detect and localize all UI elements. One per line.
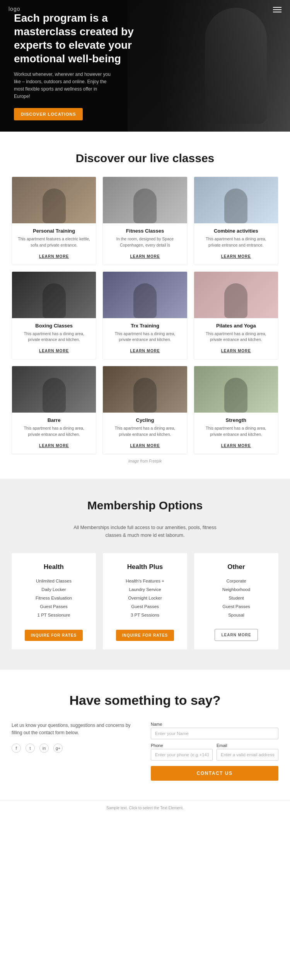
phone-input[interactable]	[151, 749, 213, 761]
class-image	[103, 366, 187, 413]
contact-description: Let us know your questions, suggestions …	[12, 722, 139, 737]
class-name: Combine activities	[200, 228, 273, 234]
membership-feature: Corporate	[222, 578, 250, 584]
class-description: This apartment has a dining area, privat…	[200, 236, 273, 248]
name-label: Name	[151, 722, 278, 726]
twitter-icon[interactable]: t	[26, 744, 35, 753]
membership-features-list: CorporateNeighborhoodStudentGuest Passes…	[222, 578, 250, 620]
googleplus-icon[interactable]: g+	[53, 744, 63, 753]
class-card: Boxing Classes This apartment has a dini…	[12, 271, 96, 360]
class-image	[12, 366, 96, 413]
learn-more-button[interactable]: LEARN MORE	[39, 444, 69, 448]
class-body: Boxing Classes This apartment has a dini…	[12, 318, 96, 360]
phone-field-container: Phone	[151, 743, 213, 761]
membership-feature: Overnight Locker	[126, 595, 164, 601]
facebook-icon[interactable]: f	[12, 744, 21, 753]
class-name: Trx Training	[108, 323, 181, 329]
name-input[interactable]	[151, 728, 278, 739]
class-image	[12, 272, 96, 318]
class-image	[12, 177, 96, 223]
learn-more-button[interactable]: LEARN MORE	[221, 444, 251, 448]
class-card: Cycling This apartment has a dining area…	[102, 366, 187, 454]
class-card: Barre This apartment has a dining area, …	[12, 366, 96, 454]
membership-features-list: Health's Features +Laundry ServiceOverni…	[126, 578, 164, 621]
discover-locations-button[interactable]: DISCOVER LOCATIONS	[14, 108, 83, 120]
hero-subtitle: Workout whenever, wherever and however y…	[14, 71, 114, 101]
class-description: This apartment has a dining area, privat…	[17, 331, 90, 343]
membership-feature: Laundry Service	[126, 586, 164, 593]
class-name: Strength	[200, 417, 273, 423]
class-image	[194, 366, 278, 413]
membership-card: Health Unlimited ClassesDaily LockerFitn…	[12, 553, 96, 649]
hero-section: logo Each program is a masterclass creat…	[0, 0, 290, 132]
membership-card: Other CorporateNeighborhoodStudentGuest …	[194, 553, 278, 649]
class-image	[194, 177, 278, 223]
membership-cta-button[interactable]: LEARN MORE	[215, 629, 258, 641]
freepik-attribution: Image from Freepik	[12, 459, 278, 463]
learn-more-button[interactable]: LEARN MORE	[221, 254, 251, 259]
learn-more-button[interactable]: LEARN MORE	[39, 349, 69, 353]
live-classes-title: Discover our live classes	[12, 152, 278, 165]
class-body: Personal Training This apartment feature…	[12, 223, 96, 265]
class-name: Fitness Classes	[108, 228, 181, 234]
phone-email-row: Phone Email	[151, 743, 278, 761]
class-image	[194, 272, 278, 318]
class-name: Cycling	[108, 417, 181, 423]
class-description: This apartment features a electric kettl…	[17, 236, 90, 248]
class-body: Strength This apartment has a dining are…	[194, 413, 278, 454]
class-card: Combine activities This apartment has a …	[194, 176, 278, 265]
learn-more-button[interactable]: LEARN MORE	[130, 444, 160, 448]
class-body: Barre This apartment has a dining area, …	[12, 413, 96, 454]
membership-feature: Unlimited Classes	[36, 578, 72, 584]
class-description: This apartment has a dining area, privat…	[17, 425, 90, 438]
class-name: Barre	[17, 417, 90, 423]
membership-grid: Health Unlimited ClassesDaily LockerFitn…	[12, 553, 278, 649]
contact-grid: Let us know your questions, suggestions …	[12, 722, 278, 781]
hero-content: Each program is a masterclass created by…	[0, 11, 155, 121]
class-body: Pilates and Yoga This apartment has a di…	[194, 318, 278, 360]
class-description: This apartment has a dining area, privat…	[108, 425, 181, 438]
name-field-container: Name	[151, 722, 278, 739]
learn-more-button[interactable]: LEARN MORE	[221, 349, 251, 353]
learn-more-button[interactable]: LEARN MORE	[130, 254, 160, 259]
class-name: Boxing Classes	[17, 323, 90, 329]
membership-feature: Student	[222, 595, 250, 601]
email-field-container: Email	[217, 743, 278, 761]
class-description: In the room, designed by Space Copenhage…	[108, 236, 181, 248]
instagram-icon[interactable]: in	[39, 744, 49, 753]
classes-grid: Personal Training This apartment feature…	[12, 176, 278, 454]
class-card: Personal Training This apartment feature…	[12, 176, 96, 265]
membership-cta-button[interactable]: INQUIRE FOR RATES	[25, 630, 83, 641]
membership-feature: Spousal	[222, 612, 250, 618]
membership-feature: Guest Passes	[126, 603, 164, 610]
class-name: Personal Training	[17, 228, 90, 234]
footer-note: Sample text. Click to select the Text El…	[0, 800, 290, 816]
contact-submit-button[interactable]: CONTACT US	[151, 766, 278, 781]
class-card: Pilates and Yoga This apartment has a di…	[194, 271, 278, 360]
membership-feature: Daily Locker	[36, 586, 72, 593]
class-description: This apartment has a dining area, privat…	[200, 331, 273, 343]
membership-feature: Health's Features +	[126, 578, 164, 584]
membership-feature: Fitness Evaluation	[36, 595, 72, 601]
membership-plan-title: Health Plus	[127, 563, 163, 571]
learn-more-button[interactable]: LEARN MORE	[130, 349, 160, 353]
hamburger-menu[interactable]	[273, 7, 281, 12]
email-input[interactable]	[217, 749, 278, 761]
membership-title: Membership Options	[12, 499, 278, 512]
class-description: This apartment has a dining area, privat…	[200, 425, 273, 438]
contact-title: Have something to say?	[12, 693, 278, 708]
membership-cta-button[interactable]: INQUIRE FOR RATES	[116, 630, 174, 641]
class-card: Trx Training This apartment has a dining…	[102, 271, 187, 360]
membership-feature: 3 PT Sessions	[126, 612, 164, 618]
hero-title: Each program is a masterclass created by…	[14, 11, 141, 65]
membership-card: Health Plus Health's Features +Laundry S…	[103, 553, 187, 649]
class-body: Combine activities This apartment has a …	[194, 223, 278, 265]
social-icons-row: f t in g+	[12, 744, 139, 753]
contact-left-panel: Let us know your questions, suggestions …	[12, 722, 139, 781]
membership-feature: Guest Passes	[222, 603, 250, 610]
class-body: Fitness Classes In the room, designed by…	[103, 223, 187, 265]
contact-form: Name Phone Email CONTACT US	[151, 722, 278, 781]
learn-more-button[interactable]: LEARN MORE	[39, 254, 69, 259]
membership-subtitle: All Memberships include full access to o…	[72, 524, 218, 539]
class-image	[103, 272, 187, 318]
